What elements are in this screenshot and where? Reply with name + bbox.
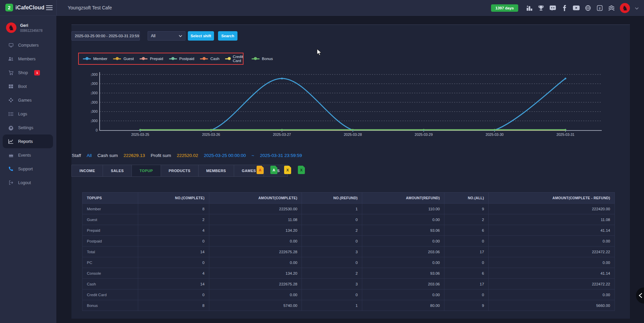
column-header-4: AMOUNT(REFUND)	[362, 193, 444, 204]
cell-value: 222675.28	[209, 247, 302, 257]
discord-icon[interactable]	[549, 5, 556, 11]
cell-value: 93.06	[362, 225, 444, 236]
sidebar-item-games[interactable]: Games	[0, 93, 53, 107]
tab-topup[interactable]: TOPUP	[131, 165, 161, 177]
cell-value: 0.00	[362, 257, 444, 268]
tab-income[interactable]: INCOME	[71, 165, 103, 177]
legend-item-cash[interactable]: Cash	[200, 57, 219, 61]
svg-text:80,000: 80,000	[91, 91, 98, 95]
export-excel-yellow-icon[interactable]: X	[284, 166, 291, 174]
export-buttons: AAXX	[257, 166, 305, 174]
page-title: Youngzsoft Test Cafe	[68, 5, 112, 10]
sidebar-item-boot[interactable]: Boot	[0, 79, 53, 93]
table-row-bonus: Bonus85740.00180.0095660.00	[83, 300, 615, 311]
row-label: PC	[83, 257, 138, 268]
tab-products[interactable]: PRODUCTS	[161, 165, 199, 177]
users-icon	[8, 56, 14, 62]
column-header-3: NO.(REFUND)	[302, 193, 362, 204]
tab-sales[interactable]: SALES	[103, 165, 132, 177]
select-shift-button[interactable]: Select shift	[188, 31, 214, 41]
sidebar: ♞ Geri 008612345678 ComputersMembersShop…	[0, 16, 56, 323]
svg-text:2025-03-27: 2025-03-27	[273, 132, 291, 137]
cell-value: 0.00	[489, 289, 615, 300]
legend-item-member[interactable]: Member	[83, 57, 107, 61]
cash-sum-label: Cash sum	[98, 153, 118, 158]
cell-value: 222472.22	[489, 279, 615, 289]
table-row-cash: Cash14222675.283203.0617222472.22	[83, 279, 615, 289]
facebook-icon[interactable]	[561, 5, 568, 11]
legend-item-guest[interactable]: Guest	[113, 57, 134, 61]
export-pdf-green-icon[interactable]: A	[270, 166, 277, 174]
user-phone: 008612345678	[20, 29, 43, 33]
legend-item-bonus[interactable]: Bonus	[252, 57, 273, 61]
date-range-input[interactable]: 2025-03-25 00:00 - 2025-03-31 23:59	[71, 31, 140, 41]
legend-item-credit-card[interactable]: Credit Card	[225, 55, 246, 63]
legend-marker-icon	[140, 58, 148, 59]
app-logo[interactable]: 2 iCafeCloud	[5, 4, 44, 11]
topbar-divider	[56, 0, 57, 16]
cell-value: 222420.00	[489, 204, 615, 214]
column-header-1: NO.(COMPLETE)	[138, 193, 209, 204]
staff-filter-value: All	[151, 34, 155, 38]
table-header-row: TOPUPSNO.(COMPLETE)AMOUNT(COMPLETE)NO.(R…	[83, 193, 615, 204]
sidebar-item-label: Computers	[18, 43, 39, 48]
cell-value: 14	[138, 279, 209, 289]
svg-text:120,000: 120,000	[91, 72, 98, 76]
svg-text:20,000: 20,000	[91, 119, 98, 123]
cell-value: 4	[138, 225, 209, 236]
hamburger-menu-icon[interactable]	[46, 5, 53, 10]
svg-text:2025-03-28: 2025-03-28	[344, 132, 362, 137]
legend-item-postpaid[interactable]: Postpaid	[169, 57, 195, 61]
row-label: Credit Card	[83, 289, 138, 300]
sidebar-item-reports[interactable]: Reports	[3, 134, 53, 148]
topups-table: TOPUPSNO.(COMPLETE)AMOUNT(COMPLETE)NO.(R…	[82, 192, 615, 311]
sidebar-item-members[interactable]: Members	[0, 52, 53, 66]
cell-value: 0	[138, 236, 209, 247]
cell-value: 6	[444, 225, 489, 236]
row-label: Prepaid	[83, 225, 138, 236]
icafe-logo-icon[interactable]: 2	[596, 5, 603, 11]
chevron-down-icon[interactable]	[635, 5, 639, 11]
export-excel-green-icon[interactable]: X	[298, 166, 305, 174]
cell-value: 134.20	[209, 225, 302, 236]
globe-icon[interactable]	[585, 5, 591, 11]
cell-value: 0	[302, 289, 362, 300]
sidebar-item-logs[interactable]: Logs	[0, 107, 53, 121]
cell-value: 203.06	[362, 247, 444, 257]
search-button[interactable]: Search	[218, 31, 237, 41]
sidebar-item-settings[interactable]: Settings	[0, 121, 53, 134]
sidebar-item-computers[interactable]: Computers	[0, 38, 53, 52]
table-row-credit-card: Credit Card00.0000.0000.00	[83, 289, 615, 300]
icafecloud-logo-icon: 2	[5, 4, 13, 11]
legend-item-prepaid[interactable]: Prepaid	[140, 57, 163, 61]
staff-value-link[interactable]: All	[87, 153, 92, 158]
cell-value: 6	[444, 268, 489, 279]
layers-icon[interactable]	[608, 5, 615, 11]
table-row-console: Console4134.20293.06641.14	[83, 268, 615, 279]
ranking-icon[interactable]	[526, 5, 533, 11]
cell-value: 0.00	[209, 289, 302, 300]
staff-filter-select[interactable]: All	[148, 31, 185, 41]
sidebar-item-support[interactable]: Support	[0, 162, 53, 176]
subscription-days-badge[interactable]: 1397 days	[491, 4, 518, 12]
sidebar-item-shop[interactable]: Shop1	[0, 66, 53, 79]
cell-value: 0.00	[362, 214, 444, 225]
cell-value: 203.06	[362, 279, 444, 289]
youtube-icon[interactable]	[573, 5, 580, 11]
legend-marker-icon	[200, 58, 208, 59]
sidebar-item-events[interactable]: Events	[0, 148, 53, 162]
sidebar-item-label: Logs	[18, 112, 27, 116]
trophy-icon[interactable]	[538, 5, 544, 11]
export-pdf-yellow-icon[interactable]: A	[257, 166, 264, 174]
report-panel: 2025-03-25 00:00 - 2025-03-31 23:59 All …	[71, 24, 630, 319]
topup-line-chart: 120,000100,00080,00060,00040,00020,00002…	[91, 67, 604, 139]
svg-text:60,000: 60,000	[91, 100, 98, 104]
period-tilde: ~	[252, 153, 254, 158]
tab-members[interactable]: MEMBERS	[198, 165, 234, 177]
user-avatar[interactable]: ♞	[620, 3, 630, 13]
main-content: 2025-03-25 00:00 - 2025-03-31 23:59 All …	[56, 16, 644, 323]
svg-text:2025-03-25: 2025-03-25	[131, 132, 149, 137]
sidebar-item-logout[interactable]: Logout	[0, 176, 53, 190]
user-profile[interactable]: ♞ Geri 008612345678	[0, 16, 56, 33]
cell-value: 0.00	[209, 236, 302, 247]
